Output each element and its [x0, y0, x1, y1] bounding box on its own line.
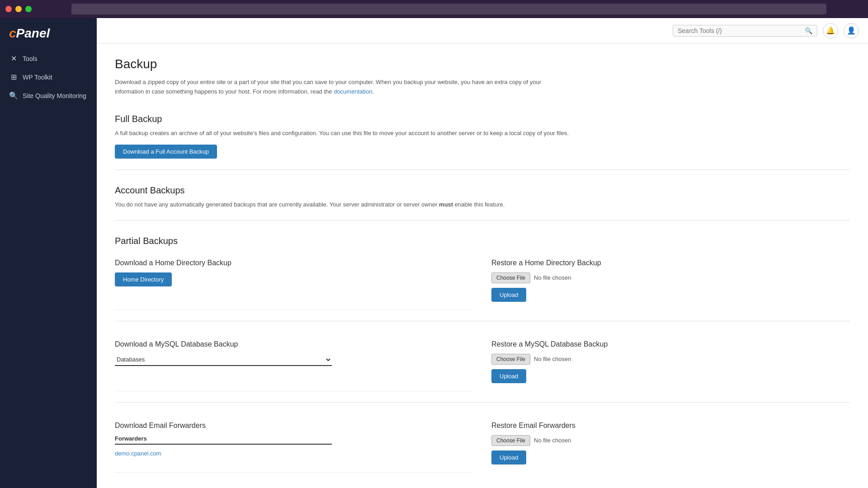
choose-file-home-dir-button[interactable]: Choose File [491, 272, 530, 283]
download-home-dir-title: Download a Home Directory Backup [115, 259, 473, 267]
restore-home-dir-file-row: Choose File No file chosen [491, 272, 850, 283]
no-file-home-dir-text: No file chosen [534, 274, 571, 281]
close-button[interactable] [5, 6, 12, 12]
sidebar-item-label: Site Quality Monitoring [23, 92, 86, 99]
home-dir-grid: Download a Home Directory Backup Home Di… [115, 251, 850, 310]
sidebar-item-label: Tools [23, 55, 38, 62]
download-email-forwarders-title: Download Email Forwarders [115, 422, 473, 430]
minimize-button[interactable] [15, 6, 22, 12]
download-home-dir-section: Download a Home Directory Backup Home Di… [115, 251, 473, 310]
no-file-email-text: No file chosen [534, 437, 571, 444]
user-icon: 👤 [847, 26, 856, 35]
main-content: 🔍 🔔 👤 Backup Download a zipped copy of y… [97, 18, 868, 488]
upload-mysql-button[interactable]: Upload [491, 369, 526, 383]
no-file-mysql-text: No file chosen [534, 356, 571, 362]
restore-home-dir-title: Restore a Home Directory Backup [491, 259, 850, 267]
download-mysql-title: Download a MySQL Database Backup [115, 340, 473, 348]
page-title: Backup [115, 57, 850, 71]
restore-mysql-section: Restore a MySQL Database Backup Choose F… [491, 332, 850, 391]
tools-icon: ✕ [9, 54, 18, 63]
sidebar-nav: ✕ Tools ⊞ WP Toolkit 🔍 Site Quality Moni… [0, 50, 97, 104]
restore-email-file-row: Choose File No file chosen [491, 435, 850, 446]
email-forwarders-grid: Download Email Forwarders Forwarders dem… [115, 413, 850, 473]
wp-icon: ⊞ [9, 73, 18, 81]
divider-4 [115, 402, 850, 403]
divider-3 [115, 321, 850, 321]
partial-backups-title: Partial Backups [115, 231, 850, 246]
home-directory-button[interactable]: Home Directory [115, 272, 172, 286]
databases-select[interactable]: Databases [115, 354, 332, 366]
email-link[interactable]: demo.cpanel.com [115, 450, 161, 457]
divider-1 [115, 169, 850, 170]
download-email-forwarders-section: Download Email Forwarders Forwarders dem… [115, 413, 473, 473]
maximize-button[interactable] [25, 6, 32, 12]
search-input[interactable] [678, 27, 805, 34]
restore-mysql-title: Restore a MySQL Database Backup [491, 340, 850, 348]
restore-email-forwarders-section: Restore Email Forwarders Choose File No … [491, 413, 850, 473]
account-backups-desc: You do not have any automatically genera… [115, 200, 850, 209]
full-backup-title: Full Backup [115, 109, 850, 124]
cpanel-logo: cPanel [0, 18, 97, 50]
forwarders-label: Forwarders [115, 435, 332, 445]
content-area: Backup Download a zipped copy of your en… [97, 43, 868, 488]
sidebar-item-wp-toolkit[interactable]: ⊞ WP Toolkit [0, 68, 97, 86]
choose-file-email-button[interactable]: Choose File [491, 435, 530, 446]
choose-file-mysql-button[interactable]: Choose File [491, 354, 530, 365]
search-tools-wrapper: 🔍 [673, 25, 817, 37]
url-bar[interactable] [71, 4, 826, 14]
search-button[interactable]: 🔍 [805, 27, 812, 34]
download-mysql-section: Download a MySQL Database Backup Databas… [115, 332, 473, 391]
restore-home-dir-section: Restore a Home Directory Backup Choose F… [491, 251, 850, 310]
restore-mysql-file-row: Choose File No file chosen [491, 354, 850, 365]
restore-email-forwarders-title: Restore Email Forwarders [491, 422, 850, 430]
bell-button[interactable]: 🔔 [823, 23, 838, 38]
upload-home-dir-button[interactable]: Upload [491, 288, 526, 302]
mysql-db-grid: Download a MySQL Database Backup Databas… [115, 332, 850, 391]
upload-email-button[interactable]: Upload [491, 450, 526, 465]
titlebar [0, 0, 868, 18]
divider-2 [115, 220, 850, 221]
documentation-link[interactable]: documentation [334, 88, 372, 95]
list-item: demo.cpanel.com [115, 447, 473, 459]
download-full-backup-button[interactable]: Download a Full Account Backup [115, 145, 217, 159]
sidebar: cPanel ✕ Tools ⊞ WP Toolkit 🔍 Site Quali… [0, 18, 97, 488]
sidebar-item-tools[interactable]: ✕ Tools [0, 50, 97, 67]
account-backups-title: Account Backups [115, 181, 850, 196]
header: 🔍 🔔 👤 [97, 18, 868, 43]
user-button[interactable]: 👤 [844, 23, 859, 38]
sidebar-item-site-quality[interactable]: 🔍 Site Quality Monitoring [0, 87, 97, 104]
search-site-icon: 🔍 [9, 91, 18, 100]
full-backup-desc: A full backup creates an archive of all … [115, 129, 850, 138]
email-list: demo.cpanel.com [115, 447, 473, 459]
sidebar-item-label: WP Toolkit [23, 74, 52, 81]
bell-icon: 🔔 [826, 26, 835, 35]
page-description: Download a zipped copy of your entire si… [115, 78, 549, 97]
